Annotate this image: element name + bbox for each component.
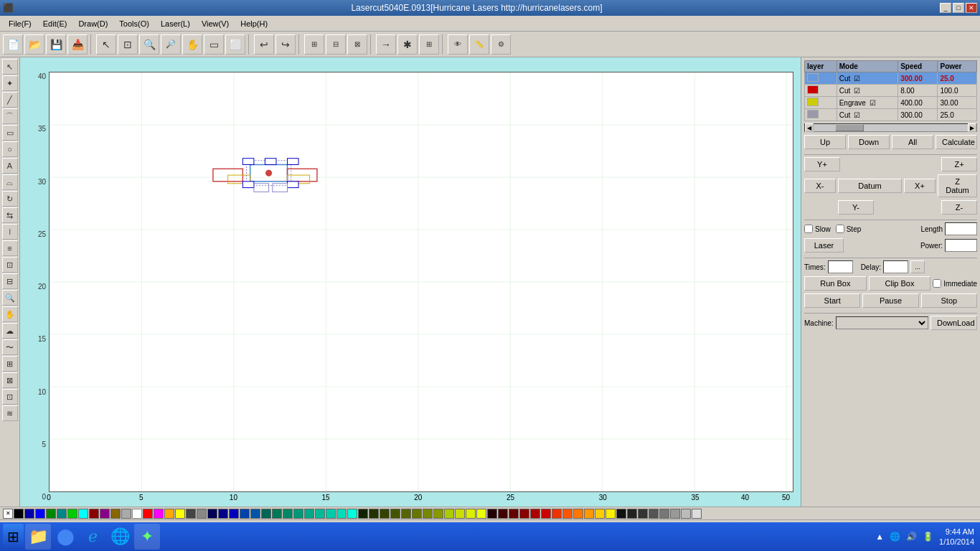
color-gray5[interactable] [638,509,648,519]
pause-button[interactable]: Pause [862,293,918,308]
layer-row-0[interactable]: Cut ☑ 300.00 25.0 [805,72,977,85]
color-dkgreen2[interactable] [369,509,379,519]
datum-button[interactable]: Datum [838,179,902,193]
taskbar-chrome[interactable]: ⬤ [52,524,78,550]
color-teal[interactable] [57,509,67,519]
open-button[interactable]: 📂 [24,34,44,55]
node-button[interactable]: ✱ [397,34,418,55]
delay-browse-button[interactable]: ... [910,260,925,273]
rect-button[interactable]: ▭ [204,34,224,55]
layer-check-3[interactable]: ☑ [854,111,860,119]
color-blue3[interactable] [250,509,260,519]
color-orange6[interactable] [595,509,605,519]
undo-button[interactable]: ↩ [254,34,274,55]
color-yellow[interactable] [175,509,185,519]
color-ltgray[interactable] [121,509,131,519]
layer-power-2[interactable]: 30.00 [938,97,977,109]
tool-cloud[interactable]: ☁ [2,323,18,339]
color-dkgreen1[interactable] [358,509,368,519]
arrow-button[interactable]: → [376,34,396,55]
slow-checkbox[interactable] [804,225,813,233]
scrollbar-right-arrow[interactable]: ▶ [968,123,976,132]
grid-canvas[interactable] [49,72,793,492]
color-gray8[interactable] [670,509,680,519]
tool-pan[interactable]: ✋ [2,306,18,322]
color-olive2[interactable] [412,509,422,519]
color-olive1[interactable] [401,509,411,519]
menu-laser[interactable]: Laser(L) [155,18,196,29]
tool-rotate[interactable]: ↻ [2,191,18,207]
color-blue2[interactable] [240,509,250,519]
menu-help[interactable]: Help(H) [235,18,273,29]
tool-wave[interactable]: 〜 [2,339,18,355]
tool-select[interactable]: ↖ [2,59,18,75]
layer-row-3[interactable]: Cut ☑ 300.00 25.0 [805,109,977,121]
color-blue[interactable] [35,509,45,519]
color-yellow3[interactable] [455,509,465,519]
zplus-button[interactable]: Z+ [941,157,977,171]
color-yellow5[interactable] [476,509,486,519]
clip-box-button[interactable]: Clip Box [869,276,931,291]
length-input[interactable]: 50.00 [945,222,977,235]
color-dkgreen3[interactable] [380,509,390,519]
tool-text[interactable]: A [2,158,18,174]
laser-button[interactable]: Laser [804,238,844,253]
scrollbar-left-arrow[interactable]: ◀ [805,123,814,132]
run-box-button[interactable]: Run Box [804,276,867,291]
distribute-button[interactable]: ⊟ [326,34,346,55]
color-teal2[interactable] [261,509,271,519]
maximize-button[interactable]: □ [953,3,964,13]
color-darkred[interactable] [89,509,99,519]
scrollbar-thumb[interactable] [835,124,864,131]
start-button-taskbar[interactable]: ⊞ [3,524,24,550]
settings-button[interactable]: ⚙ [491,34,511,55]
step-checkbox[interactable] [836,225,844,233]
layer-row-2[interactable]: Engrave ☑ 400.00 30.00 [805,97,977,109]
color-gray4[interactable] [627,509,637,519]
tool-line[interactable]: ╱ [2,92,18,108]
color-gray7[interactable] [659,509,669,519]
down-button[interactable]: Down [848,135,890,149]
menu-edit[interactable]: Edit(E) [37,18,73,29]
color-dkred6[interactable] [541,509,551,519]
tool-circle[interactable]: ○ [2,141,18,157]
all-button[interactable]: All [892,135,933,149]
color-orange3[interactable] [562,509,573,519]
layer-speed-1[interactable]: 8.00 [898,85,938,97]
scrollbar-track[interactable] [814,124,968,131]
color-navy2[interactable] [218,509,228,519]
color-orange5[interactable] [584,509,594,519]
taskbar-volume-icon[interactable]: 🔊 [906,532,917,542]
color-yellow2[interactable] [444,509,454,519]
select2-button[interactable]: ⊡ [118,34,138,55]
color-dkred5[interactable] [530,509,540,519]
color-olive4[interactable] [433,509,443,519]
zoom-out-button[interactable]: 🔎 [161,34,181,55]
color-green2[interactable] [272,509,282,519]
calculate-button[interactable]: Calculate [936,135,977,149]
taskbar-lasercut[interactable]: ✦ [134,524,160,550]
color-dkred1[interactable] [487,509,497,519]
color-orange2[interactable] [552,509,562,519]
color-gray10[interactable] [692,509,702,519]
tool-bezier[interactable]: ⌓ [2,174,18,190]
rect2-button[interactable]: ⬜ [225,34,245,55]
color-green8[interactable] [336,509,347,519]
color-green7[interactable] [326,509,336,519]
zminus-button[interactable]: Z- [941,200,977,215]
color-navy3[interactable] [229,509,239,519]
taskbar-hide-icon[interactable]: ▲ [875,532,884,542]
layer-check-2[interactable]: ☑ [870,99,876,107]
yminus-button[interactable]: Y- [838,200,874,215]
color-orange4[interactable] [573,509,583,519]
tool-mirror[interactable]: ⇆ [2,207,18,223]
tool-zoom[interactable]: 🔍 [2,290,18,306]
color-green3[interactable] [283,509,293,519]
layer-mode-0[interactable]: Cut ☑ [837,72,897,85]
delay-input[interactable]: 0 [883,260,908,273]
up-button[interactable]: Up [804,135,846,149]
tool-extra1[interactable]: ⊞ [2,356,18,372]
color-orange[interactable] [164,509,174,519]
power-input[interactable]: 45.00 [945,239,977,252]
measure-button[interactable]: 📏 [469,34,489,55]
